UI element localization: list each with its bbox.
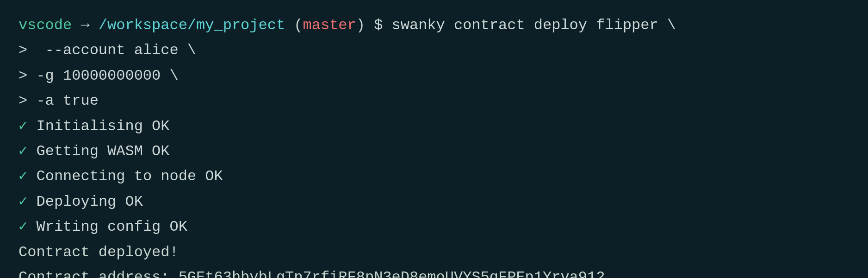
arg-prefix-3: > (19, 88, 36, 114)
step-check-2: ✓ (19, 164, 27, 189)
arg-line-2: > -g 10000000000 \ (19, 63, 849, 88)
result-line-1: Contract address: 5GEt63hbybLgTp7rfiRF8p… (19, 265, 849, 278)
step-text-3: Deploying OK (27, 190, 143, 215)
step-text-0: Initialising OK (27, 114, 169, 139)
step-check-1: ✓ (19, 139, 27, 164)
result-text-1: Contract address: 5GEt63hbybLgTp7rfiRF8p… (19, 265, 605, 278)
step-text-1: Getting WASM OK (27, 139, 169, 164)
step-line-3: ✓ Deploying OK (19, 190, 849, 215)
prompt-path: /workspace/my_project (99, 13, 285, 38)
arg-content-1: --account alice \ (45, 38, 196, 63)
prompt-space (285, 13, 294, 38)
step-line-1: ✓ Getting WASM OK (19, 139, 849, 164)
prompt-dollar: $ (365, 13, 392, 38)
prompt-command: swanky contract deploy flipper \ (392, 13, 676, 38)
step-line-0: ✓ Initialising OK (19, 114, 849, 139)
arg-content-2: -g 10000000000 \ (36, 63, 178, 88)
prompt-vscode: vscode (19, 13, 72, 38)
step-check-4: ✓ (19, 215, 27, 240)
step-check-0: ✓ (19, 114, 27, 139)
step-text-2: Connecting to node OK (27, 164, 223, 189)
step-text-4: Writing config OK (27, 215, 187, 240)
arg-prefix-1: > (19, 38, 45, 63)
arg-line-3: > -a true (19, 88, 849, 114)
prompt-branch-close: ) (356, 13, 365, 38)
result-text-0: Contract deployed! (19, 240, 179, 265)
arg-content-3: -a true (36, 88, 98, 114)
arg-line-1: > --account alice \ (19, 38, 849, 63)
result-line-0: Contract deployed! (19, 240, 849, 265)
prompt-branch-open: ( (294, 13, 303, 38)
step-line-2: ✓ Connecting to node OK (19, 164, 849, 189)
prompt-line: vscode → /workspace/my_project ( master … (19, 13, 849, 38)
step-line-4: ✓ Writing config OK (19, 215, 849, 240)
step-check-3: ✓ (19, 190, 27, 215)
arg-prefix-2: > (19, 63, 36, 88)
prompt-arrow: → (72, 13, 99, 38)
prompt-branch: master (303, 13, 356, 38)
